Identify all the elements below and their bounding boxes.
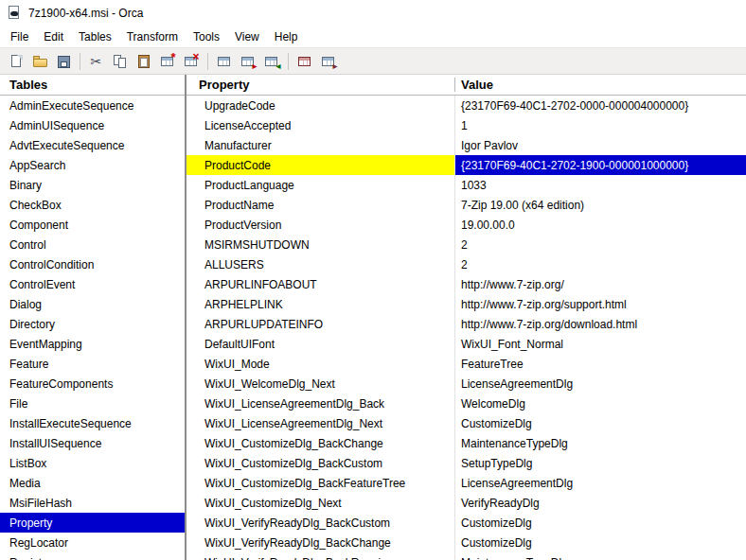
- property-name-cell[interactable]: ARPHELPLINK: [186, 294, 455, 314]
- tables-list-item-eventmapping[interactable]: EventMapping: [0, 334, 185, 354]
- property-row-manufacturer[interactable]: ManufacturerIgor Pavlov: [186, 135, 746, 155]
- tables-list-item-installexecutesequence[interactable]: InstallExecuteSequence: [0, 413, 185, 433]
- property-row-allusers[interactable]: ALLUSERS2: [186, 254, 746, 274]
- drop-row-button[interactable]: [180, 50, 203, 72]
- tables-list-item-adminexecutesequence[interactable]: AdminExecuteSequence: [0, 96, 185, 115]
- property-row-wixui_customizedlg_backcustom[interactable]: WixUI_CustomizeDlg_BackCustomSetupTypeDl…: [186, 453, 746, 473]
- property-row-wixui_licenseagreementdlg_next[interactable]: WixUI_LicenseAgreementDlg_NextCustomizeD…: [186, 413, 746, 433]
- menu-tables[interactable]: Tables: [71, 27, 119, 46]
- property-name-cell[interactable]: ProductName: [186, 195, 455, 215]
- property-value-cell[interactable]: 7-Zip 19.00 (x64 edition): [455, 195, 746, 215]
- property-name-cell[interactable]: MSIRMSHUTDOWN: [186, 235, 455, 254]
- property-value-cell[interactable]: WixUI_Font_Normal: [455, 334, 746, 354]
- property-value-cell[interactable]: WelcomeDlg: [455, 394, 746, 413]
- property-value-cell[interactable]: {23170F69-40C1-2702-0000-000004000000}: [455, 96, 746, 115]
- property-name-cell[interactable]: WixUI_CustomizeDlg_BackFeatureTree: [186, 473, 455, 493]
- tables-list-item-control[interactable]: Control: [0, 235, 185, 254]
- tables-list-item-featurecomponents[interactable]: FeatureComponents: [0, 374, 185, 394]
- property-name-cell[interactable]: Manufacturer: [186, 135, 455, 155]
- column-header-value[interactable]: Value: [455, 78, 746, 92]
- property-row-wixui_verifyreadydlg_backrepair[interactable]: WixUI_VerifyReadyDlg_BackRepairMaintenan…: [186, 552, 746, 560]
- property-name-cell[interactable]: WixUI_LicenseAgreementDlg_Next: [186, 413, 455, 433]
- property-row-productlanguage[interactable]: ProductLanguage1033: [186, 175, 746, 195]
- tables-list-item-installuisequence[interactable]: InstallUISequence: [0, 433, 185, 453]
- property-name-cell[interactable]: LicenseAccepted: [186, 115, 455, 135]
- column-header-property[interactable]: Property: [186, 78, 455, 92]
- property-value-cell[interactable]: LicenseAgreementDlg: [455, 473, 746, 493]
- property-value-cell[interactable]: MaintenanceTypeDlg: [455, 552, 746, 560]
- tables-list-item-listbox[interactable]: ListBox: [0, 453, 185, 473]
- save-file-button[interactable]: [52, 50, 75, 72]
- property-name-cell[interactable]: ProductLanguage: [186, 175, 455, 195]
- property-value-cell[interactable]: LicenseAgreementDlg: [455, 374, 746, 394]
- tables-list-item-file[interactable]: File: [0, 394, 185, 413]
- open-file-button[interactable]: [28, 50, 51, 72]
- property-name-cell[interactable]: WixUI_Mode: [186, 354, 455, 374]
- property-name-cell[interactable]: ALLUSERS: [186, 254, 455, 274]
- tables-list-item-binary[interactable]: Binary: [0, 175, 185, 195]
- property-name-cell[interactable]: WixUI_WelcomeDlg_Next: [186, 374, 455, 394]
- menu-help[interactable]: Help: [267, 27, 306, 46]
- paste-button[interactable]: [133, 50, 155, 72]
- property-value-cell[interactable]: SetupTypeDlg: [455, 453, 746, 473]
- property-row-wixui_customizedlg_backchange[interactable]: WixUI_CustomizeDlg_BackChangeMaintenance…: [186, 433, 746, 453]
- property-row-upgradecode[interactable]: UpgradeCode{23170F69-40C1-2702-0000-0000…: [186, 96, 746, 115]
- export-tables-button[interactable]: [237, 50, 259, 72]
- menu-file[interactable]: File: [3, 27, 36, 46]
- property-row-wixui_verifyreadydlg_backcustom[interactable]: WixUI_VerifyReadyDlg_BackCustomCustomize…: [186, 513, 746, 533]
- tables-list-item-reglocator[interactable]: RegLocator: [0, 533, 185, 552]
- property-name-cell[interactable]: WixUI_VerifyReadyDlg_BackRepair: [186, 552, 455, 560]
- tables-list-item-feature[interactable]: Feature: [0, 354, 185, 374]
- copy-button[interactable]: [109, 50, 132, 72]
- menu-edit[interactable]: Edit: [36, 27, 71, 46]
- property-name-cell[interactable]: WixUI_VerifyReadyDlg_BackCustom: [186, 513, 455, 533]
- property-name-cell[interactable]: WixUI_CustomizeDlg_BackCustom: [186, 453, 455, 473]
- property-value-cell[interactable]: {23170F69-40C1-2702-1900-000001000000}: [455, 155, 746, 175]
- property-value-cell[interactable]: 2: [455, 235, 746, 254]
- property-row-arpurlupdateinfo[interactable]: ARPURLUPDATEINFOhttp://www.7-zip.org/dow…: [186, 314, 746, 334]
- add-row-button[interactable]: [156, 50, 179, 72]
- property-name-cell[interactable]: DefaultUIFont: [186, 334, 455, 354]
- property-value-cell[interactable]: FeatureTree: [455, 354, 746, 374]
- property-name-cell[interactable]: WixUI_LicenseAgreementDlg_Back: [186, 394, 455, 413]
- menu-tools[interactable]: Tools: [186, 27, 227, 46]
- tables-list-item-checkbox[interactable]: CheckBox: [0, 195, 185, 215]
- tables-list-item-directory[interactable]: Directory: [0, 314, 185, 334]
- property-name-cell[interactable]: UpgradeCode: [186, 96, 455, 115]
- cut-button[interactable]: [85, 50, 108, 72]
- property-row-wixui_customizedlg_backfeaturetree[interactable]: WixUI_CustomizeDlg_BackFeatureTreeLicens…: [186, 473, 746, 493]
- property-row-wixui_mode[interactable]: WixUI_ModeFeatureTree: [186, 354, 746, 374]
- property-name-cell[interactable]: ProductCode: [186, 155, 455, 175]
- property-value-cell[interactable]: MaintenanceTypeDlg: [455, 433, 746, 453]
- property-name-cell[interactable]: ARPURLINFOABOUT: [186, 274, 455, 294]
- property-row-licenseaccepted[interactable]: LicenseAccepted1: [186, 115, 746, 135]
- import-tables-button[interactable]: [260, 50, 283, 72]
- property-name-cell[interactable]: WixUI_CustomizeDlg_BackChange: [186, 433, 455, 453]
- property-row-productname[interactable]: ProductName7-Zip 19.00 (x64 edition): [186, 195, 746, 215]
- property-value-cell[interactable]: CustomizeDlg: [455, 513, 746, 533]
- property-value-cell[interactable]: http://www.7-zip.org/: [455, 274, 746, 294]
- add-table-button[interactable]: [213, 50, 236, 72]
- property-name-cell[interactable]: WixUI_CustomizeDlg_Next: [186, 493, 455, 513]
- menu-transform[interactable]: Transform: [119, 27, 186, 46]
- property-value-cell[interactable]: 2: [455, 254, 746, 274]
- tables-list-item-advtexecutesequence[interactable]: AdvtExecuteSequence: [0, 135, 185, 155]
- property-value-cell[interactable]: 1: [455, 115, 746, 135]
- property-value-cell[interactable]: CustomizeDlg: [455, 533, 746, 552]
- property-row-productversion[interactable]: ProductVersion19.00.00.0: [186, 215, 746, 235]
- tables-list-item-msifilehash[interactable]: MsiFileHash: [0, 493, 185, 513]
- property-name-cell[interactable]: ProductVersion: [186, 215, 455, 235]
- new-transform-button[interactable]: [293, 50, 316, 72]
- tables-list-item-registry[interactable]: Registry: [0, 552, 185, 560]
- property-row-wixui_verifyreadydlg_backchange[interactable]: WixUI_VerifyReadyDlg_BackChangeCustomize…: [186, 533, 746, 552]
- property-name-cell[interactable]: ARPURLUPDATEINFO: [186, 314, 455, 334]
- new-file-button[interactable]: [5, 50, 27, 72]
- tables-list-item-dialog[interactable]: Dialog: [0, 294, 185, 314]
- property-value-cell[interactable]: VerifyReadyDlg: [455, 493, 746, 513]
- tables-list-item-media[interactable]: Media: [0, 473, 185, 493]
- property-value-cell[interactable]: CustomizeDlg: [455, 413, 746, 433]
- tables-list-item-property[interactable]: Property: [0, 513, 185, 533]
- property-name-cell[interactable]: WixUI_VerifyReadyDlg_BackChange: [186, 533, 455, 552]
- tables-list-item-adminuisequence[interactable]: AdminUISequence: [0, 115, 185, 135]
- property-value-cell[interactable]: http://www.7-zip.org/download.html: [455, 314, 746, 334]
